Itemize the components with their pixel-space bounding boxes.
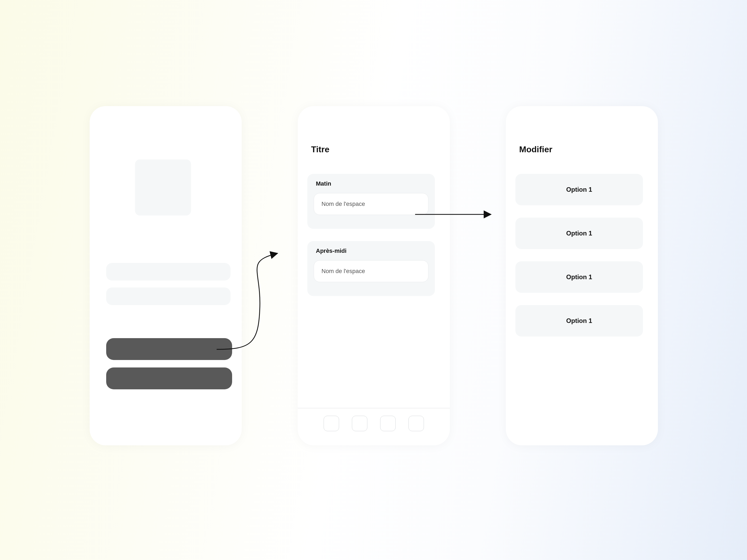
section-label-apresmidi: Après-midi xyxy=(316,247,429,255)
section-label-matin: Matin xyxy=(316,180,429,187)
screen-3: Modifier Option 1 Option 1 Option 1 Opti… xyxy=(506,106,658,445)
screen-2: Titre Matin Nom de l'espace Après-midi N… xyxy=(298,106,450,445)
text-line-placeholder xyxy=(106,263,231,281)
option-1[interactable]: Option 1 xyxy=(515,174,643,205)
screen-title: Titre xyxy=(311,144,330,154)
nav-item-4[interactable] xyxy=(408,416,424,431)
screen-1 xyxy=(89,106,242,445)
option-4[interactable]: Option 1 xyxy=(515,305,643,337)
nav-item-3[interactable] xyxy=(380,416,396,431)
space-name-input-apresmidi[interactable]: Nom de l'espace xyxy=(314,260,429,282)
option-3[interactable]: Option 1 xyxy=(515,261,643,293)
bottom-navbar xyxy=(298,408,450,445)
section-apresmidi: Après-midi Nom de l'espace xyxy=(307,241,435,296)
secondary-button-placeholder[interactable] xyxy=(106,368,232,389)
section-matin: Matin Nom de l'espace xyxy=(307,174,435,229)
image-placeholder xyxy=(135,159,191,215)
screen-title: Modifier xyxy=(519,144,552,154)
primary-button-placeholder[interactable] xyxy=(106,338,232,360)
nav-item-1[interactable] xyxy=(324,416,339,431)
nav-item-2[interactable] xyxy=(352,416,367,431)
text-line-placeholder xyxy=(106,288,231,305)
space-name-input-matin[interactable]: Nom de l'espace xyxy=(314,193,429,215)
option-2[interactable]: Option 1 xyxy=(515,218,643,249)
